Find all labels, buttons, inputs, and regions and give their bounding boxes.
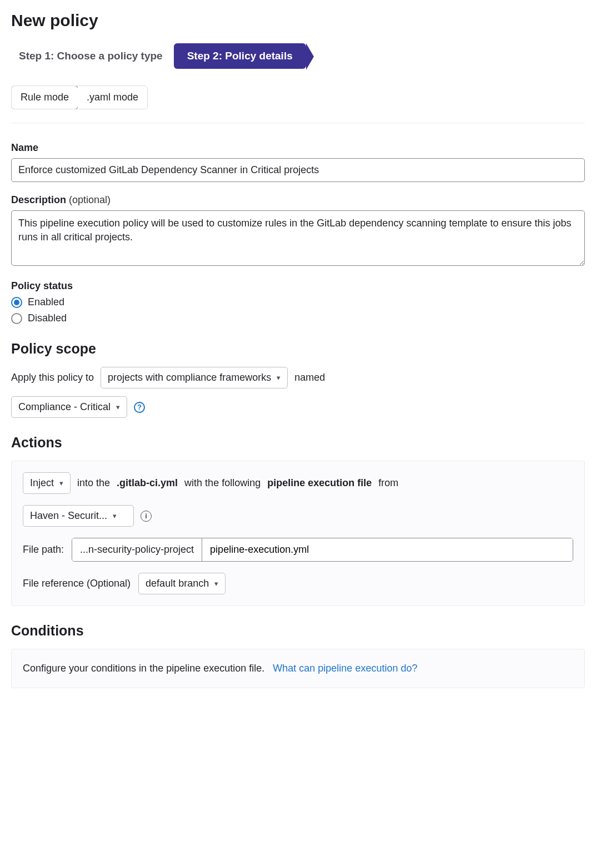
rule-mode-tab[interactable]: Rule mode xyxy=(11,85,78,109)
pipeline-exec-help-link[interactable]: What can pipeline execution do? xyxy=(273,663,417,674)
project-select-value: Haven - Securit... xyxy=(30,510,107,522)
chevron-down-icon: ▾ xyxy=(214,579,218,588)
description-label: Description (optional) xyxy=(11,194,585,206)
chevron-down-icon: ▾ xyxy=(116,403,120,411)
file-path-label: File path: xyxy=(23,544,64,556)
framework-value: Compliance - Critical xyxy=(18,401,111,413)
into-the-text: into the xyxy=(77,477,110,489)
status-enabled-row[interactable]: Enabled xyxy=(11,296,585,308)
ci-file-text: .gitlab-ci.yml xyxy=(117,477,178,489)
file-ref-value: default branch xyxy=(146,578,209,589)
chevron-down-icon: ▾ xyxy=(113,512,117,520)
info-icon[interactable]: i xyxy=(141,511,152,522)
yaml-mode-tab[interactable]: .yaml mode xyxy=(78,86,147,109)
status-disabled-label: Disabled xyxy=(28,312,67,324)
help-icon[interactable]: ? xyxy=(134,402,145,413)
page-title: New policy xyxy=(11,11,585,30)
action-mode-select[interactable]: Inject ▾ xyxy=(23,472,71,494)
pipeline-exec-text: pipeline execution file xyxy=(267,477,372,489)
chevron-down-icon: ▾ xyxy=(59,479,63,487)
actions-panel: Inject ▾ into the .gitlab-ci.yml with th… xyxy=(11,461,585,606)
actions-heading: Actions xyxy=(11,435,585,451)
file-path-group: ...n-security-policy-project xyxy=(72,538,573,562)
policy-status-label: Policy status xyxy=(11,280,585,292)
framework-select[interactable]: Compliance - Critical ▾ xyxy=(11,396,127,418)
divider xyxy=(11,123,585,123)
from-text: from xyxy=(378,477,398,489)
step-1[interactable]: Step 1: Choose a policy type xyxy=(19,50,163,62)
description-optional-text: (optional) xyxy=(69,194,111,205)
chevron-down-icon: ▾ xyxy=(277,374,281,382)
apply-policy-text: Apply this policy to xyxy=(11,372,94,383)
name-label: Name xyxy=(11,142,585,154)
action-mode-value: Inject xyxy=(30,477,54,489)
status-enabled-label: Enabled xyxy=(28,296,64,308)
file-ref-label: File reference (Optional) xyxy=(23,578,131,589)
conditions-text: Configure your conditions in the pipelin… xyxy=(23,663,264,674)
description-input[interactable]: This pipeline execution policy will be u… xyxy=(11,210,585,266)
file-path-prefix: ...n-security-policy-project xyxy=(72,538,202,561)
with-following-text: with the following xyxy=(184,477,261,489)
named-text: named xyxy=(294,372,325,383)
description-label-text: Description xyxy=(11,194,66,205)
mode-tabs: Rule mode .yaml mode xyxy=(11,85,148,109)
project-select[interactable]: Haven - Securit... ▾ xyxy=(23,505,134,527)
file-path-input[interactable] xyxy=(202,538,573,561)
radio-enabled-icon[interactable] xyxy=(11,297,22,308)
status-disabled-row[interactable]: Disabled xyxy=(11,312,585,324)
scope-type-select[interactable]: projects with compliance frameworks ▾ xyxy=(101,367,288,388)
file-ref-select[interactable]: default branch ▾ xyxy=(138,573,226,594)
radio-disabled-icon[interactable] xyxy=(11,313,22,324)
name-input[interactable] xyxy=(11,158,585,182)
scope-type-value: projects with compliance frameworks xyxy=(108,372,271,383)
conditions-panel: Configure your conditions in the pipelin… xyxy=(11,649,585,688)
step-indicator: Step 1: Choose a policy type Step 2: Pol… xyxy=(19,43,585,69)
step-2-active[interactable]: Step 2: Policy details xyxy=(174,43,306,69)
conditions-heading: Conditions xyxy=(11,623,585,639)
policy-scope-heading: Policy scope xyxy=(11,341,585,357)
